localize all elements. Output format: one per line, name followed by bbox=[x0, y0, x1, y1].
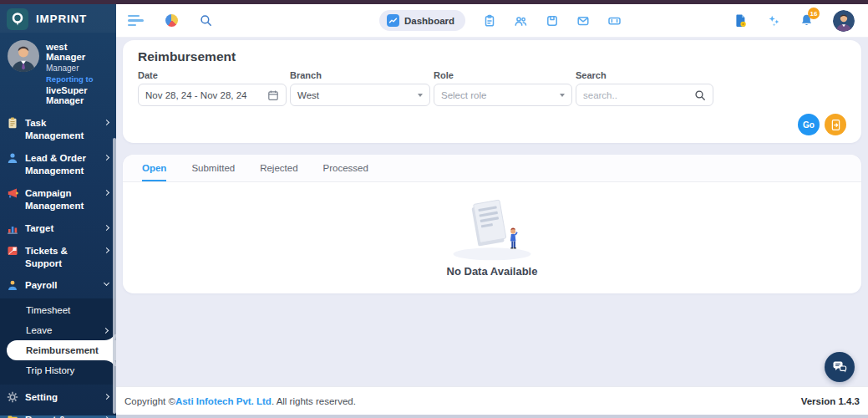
sidebar-item-lead-order[interactable]: Lead & Order Management bbox=[0, 147, 116, 182]
sidebar-item-campaign[interactable]: Campaign Management bbox=[0, 182, 116, 217]
empty-state: No Data Available bbox=[123, 182, 861, 293]
sidebar-item-label: Tickets & Support bbox=[25, 245, 99, 270]
profile-role: Manager bbox=[46, 64, 109, 73]
status-tabs: Open Submitted Rejected Processed bbox=[123, 155, 861, 182]
chevron-right-icon bbox=[104, 247, 109, 253]
hamburger-menu-icon[interactable] bbox=[128, 15, 144, 26]
gear-icon bbox=[7, 391, 19, 403]
profile-reporting-label: Reporting to bbox=[46, 74, 109, 84]
mail-icon[interactable] bbox=[576, 14, 590, 28]
sidebar: IMPRINT west Manager Manager Reporting t… bbox=[0, 4, 116, 418]
coupon-ticket-icon[interactable] bbox=[607, 14, 622, 28]
export-button[interactable] bbox=[825, 114, 846, 135]
company-link[interactable]: Asti Infotech Pvt. Ltd bbox=[175, 396, 272, 406]
sidebar-item-task-management[interactable]: Task Management bbox=[0, 112, 116, 147]
chat-bubbles-icon bbox=[831, 359, 848, 375]
tasks-clipboard-icon[interactable] bbox=[483, 14, 496, 28]
dashboard-chart-icon bbox=[387, 14, 399, 27]
search-input[interactable] bbox=[583, 90, 694, 100]
submenu-item-leave[interactable]: Leave bbox=[0, 320, 116, 340]
sidebar-item-label: Payroll bbox=[25, 279, 99, 292]
search-filter-label: Search bbox=[576, 70, 713, 80]
sidebar-nav: Task Management Lead & Order Management … bbox=[0, 112, 116, 418]
chevron-down-icon bbox=[104, 280, 109, 286]
window-top-strip bbox=[0, 0, 868, 4]
window-bottom-strip bbox=[116, 415, 868, 418]
brand-name: IMPRINT bbox=[36, 13, 87, 25]
submenu-item-trip-history[interactable]: Trip History bbox=[0, 360, 116, 380]
submenu-item-label: Leave bbox=[26, 325, 52, 335]
branch-filter-label: Branch bbox=[290, 70, 430, 80]
chevron-right-icon bbox=[104, 394, 109, 400]
sparkles-icon[interactable] bbox=[767, 14, 780, 28]
topbar: Dashboard 16 bbox=[116, 4, 868, 38]
clipboard-icon bbox=[7, 117, 19, 129]
sidebar-item-tickets-support[interactable]: Tickets & Support bbox=[0, 240, 116, 275]
chevron-right-icon bbox=[104, 120, 109, 125]
submenu-item-timesheet[interactable]: Timesheet bbox=[0, 300, 116, 320]
sidebar-item-target[interactable]: Target bbox=[0, 217, 116, 240]
submenu-item-label: Timesheet bbox=[26, 305, 70, 315]
person-icon bbox=[7, 152, 19, 164]
payroll-submenu: Timesheet Leave Reimbursement Trip Histo… bbox=[0, 298, 116, 385]
sidebar-item-label: Lead & Order Management bbox=[25, 152, 99, 177]
magnifier-icon[interactable] bbox=[694, 89, 706, 101]
sidebar-item-payroll[interactable]: Payroll bbox=[0, 274, 116, 297]
sidebar-scrollbar[interactable] bbox=[113, 138, 116, 414]
search-icon[interactable] bbox=[200, 14, 212, 27]
sidebar-item-label: Campaign Management bbox=[25, 187, 99, 212]
caret-down-icon bbox=[560, 94, 565, 97]
report-folder-icon bbox=[7, 414, 19, 418]
export-doc-icon bbox=[830, 119, 842, 131]
chevron-right-icon bbox=[104, 155, 109, 161]
sidebar-item-label: Setting bbox=[25, 391, 99, 404]
version-label: Version 1.4.3 bbox=[801, 396, 860, 406]
role-selected-value: Select role bbox=[441, 90, 560, 100]
role-select[interactable]: Select role bbox=[434, 84, 572, 106]
main-area: Dashboard 16 Reimbursement Da bbox=[116, 4, 868, 418]
file-badge-icon[interactable] bbox=[733, 13, 748, 28]
dashboard-label: Dashboard bbox=[404, 16, 454, 26]
chat-fab-button[interactable] bbox=[825, 352, 855, 382]
date-range-input[interactable] bbox=[138, 84, 287, 106]
filter-card: Reimbursement Date Branch West bbox=[123, 40, 861, 143]
notification-bell-icon[interactable]: 16 bbox=[799, 13, 814, 28]
tab-open[interactable]: Open bbox=[142, 163, 166, 181]
tab-submitted[interactable]: Submitted bbox=[191, 163, 235, 181]
sidebar-item-setting[interactable]: Setting bbox=[0, 386, 116, 409]
search-field[interactable] bbox=[576, 84, 713, 106]
dashboard-pill-button[interactable]: Dashboard bbox=[379, 10, 465, 31]
submenu-item-reimbursement[interactable]: Reimbursement bbox=[7, 340, 116, 360]
profile-name: west Manager bbox=[46, 42, 109, 62]
go-button[interactable]: Go bbox=[798, 114, 820, 135]
copyright-prefix: Copyright © bbox=[124, 396, 175, 406]
user-avatar[interactable] bbox=[833, 10, 855, 32]
tab-rejected[interactable]: Rejected bbox=[260, 163, 297, 181]
sidebar-item-label: Target bbox=[25, 222, 99, 235]
brand-header[interactable]: IMPRINT bbox=[0, 4, 116, 33]
calendar-icon[interactable] bbox=[267, 89, 279, 101]
bar-chart-icon bbox=[7, 222, 19, 234]
chevron-right-icon bbox=[104, 225, 109, 231]
results-card: Open Submitted Rejected Processed bbox=[123, 155, 861, 293]
submenu-item-label: Reimbursement bbox=[26, 345, 99, 355]
team-icon[interactable] bbox=[514, 14, 528, 28]
branch-select[interactable]: West bbox=[290, 84, 430, 106]
sidebar-item-label: Report & Analysis bbox=[25, 414, 99, 418]
date-filter-label: Date bbox=[138, 70, 287, 80]
notification-count-badge: 16 bbox=[808, 8, 820, 19]
ticket-icon bbox=[7, 245, 19, 257]
profile-avatar bbox=[8, 40, 39, 72]
user-profile-card[interactable]: west Manager Manager Reporting to liveSu… bbox=[0, 33, 116, 112]
pie-theme-icon[interactable] bbox=[165, 14, 178, 27]
sidebar-item-report-analysis[interactable]: Report & Analysis bbox=[0, 409, 116, 418]
imprint-logo-icon bbox=[7, 8, 28, 30]
megaphone-icon bbox=[7, 187, 19, 199]
content-area: Reimbursement Date Branch West bbox=[116, 38, 868, 386]
tab-processed[interactable]: Processed bbox=[323, 163, 368, 181]
branch-selected-value: West bbox=[297, 90, 418, 100]
package-icon[interactable] bbox=[546, 14, 559, 28]
copyright-suffix: . All rights reserved. bbox=[272, 396, 356, 406]
sidebar-item-label: Task Management bbox=[25, 117, 99, 142]
date-range-value[interactable] bbox=[145, 90, 267, 100]
